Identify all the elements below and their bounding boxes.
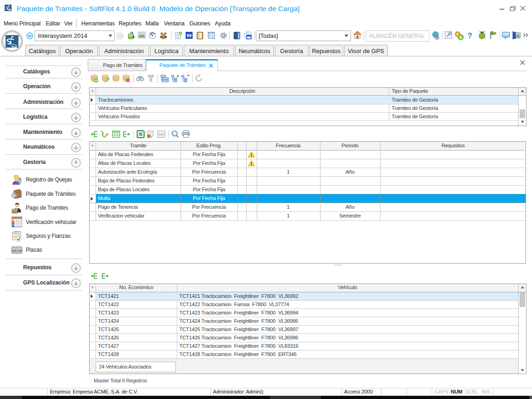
svg-text:99: 99 [187, 33, 192, 38]
svg-text:$: $ [459, 35, 462, 40]
svg-text:LMD-364: LMD-364 [12, 249, 22, 252]
svg-text:TXT: TXT [158, 133, 164, 136]
svg-text:M: M [118, 34, 122, 38]
svg-text:M: M [28, 34, 32, 38]
